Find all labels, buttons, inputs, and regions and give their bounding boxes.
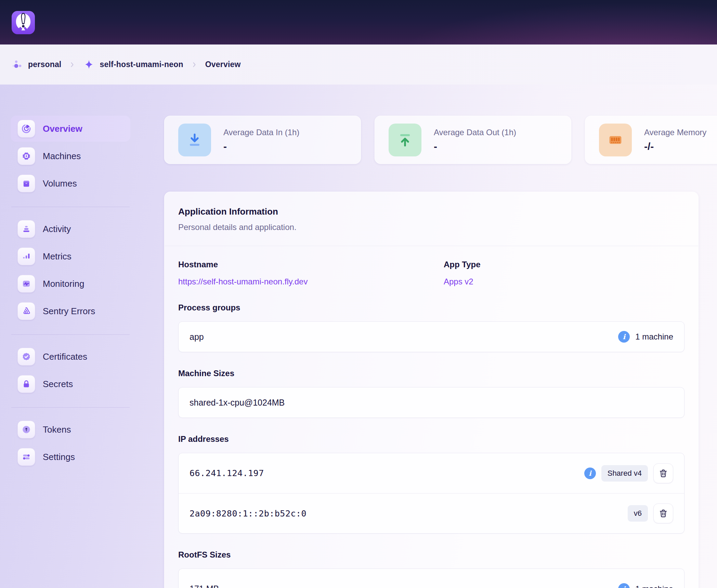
sidebar-item-label: Monitoring	[43, 279, 84, 289]
chevron-right-icon	[69, 61, 76, 68]
sidebar-item-label: Overview	[43, 124, 82, 134]
hostname-apptype-row: Hostname https://self-host-umami-neon.fl…	[178, 260, 685, 286]
process-groups-section: Process groups app i 1 machine	[178, 303, 685, 352]
stat-text: Average Data In (1h) -	[223, 128, 299, 152]
process-group-name: app	[190, 332, 204, 342]
bar-chart-icon	[17, 247, 35, 265]
sentry-icon	[17, 302, 35, 320]
sidebar-item-machines[interactable]: Machines	[11, 143, 130, 169]
fly-logo[interactable]	[12, 11, 35, 34]
app-window: personal self-host-umami-neon Overview	[0, 0, 717, 588]
stat-label: Average Memory	[644, 128, 706, 137]
card-title: Application Information	[178, 206, 685, 217]
card-header: Application Information Personal details…	[165, 192, 698, 246]
machine-sizes-box: shared-1x-cpu@1024MB	[178, 387, 685, 418]
keyhole-icon	[17, 421, 35, 438]
sidebar-item-label: Certificates	[43, 351, 87, 362]
process-group-row: app i 1 machine	[179, 322, 684, 352]
sidebar-item-label: Machines	[43, 151, 81, 162]
sidebar-item-tokens[interactable]: Tokens	[11, 417, 130, 443]
machine-size-value: shared-1x-cpu@1024MB	[190, 398, 285, 408]
app-type-field: App Type Apps v2	[444, 260, 685, 286]
topbar	[0, 0, 717, 44]
page-background: Overview Machines	[0, 85, 717, 588]
sidebar-item-label: Activity	[43, 224, 71, 234]
info-icon[interactable]: i	[618, 331, 630, 343]
rootfs-machines: i 1 machine	[618, 583, 673, 588]
sidebar-item-activity[interactable]: Activity	[11, 216, 130, 242]
lock-icon	[17, 375, 35, 393]
info-icon[interactable]: i	[618, 583, 630, 588]
machine-sizes-label: Machine Sizes	[178, 369, 685, 378]
application-information-card: Application Information Personal details…	[164, 192, 699, 588]
upload-icon	[389, 124, 421, 156]
hostname-link[interactable]: https://self-host-umami-neon.fly.dev	[178, 277, 308, 286]
stat-text: Average Memory -/-	[644, 128, 706, 152]
stat-value: -	[434, 141, 516, 152]
sidebar-item-volumes[interactable]: Volumes	[11, 170, 130, 196]
organization-dots-icon	[12, 59, 23, 71]
chevron-right-icon	[191, 61, 198, 68]
machine-count-label: 1 machine	[635, 332, 673, 342]
hostname-field: Hostname https://self-host-umami-neon.fl…	[178, 260, 444, 286]
sidebar-item-certificates[interactable]: Certificates	[11, 344, 130, 370]
rootfs-label: RootFS Sizes	[178, 550, 685, 560]
rootfs-box: 171 MB i 1 machine	[178, 568, 685, 588]
app-type-label: App Type	[444, 260, 685, 269]
machine-sizes-section: Machine Sizes shared-1x-cpu@1024MB	[178, 369, 685, 418]
hostname-label: Hostname	[178, 260, 444, 269]
delete-ip-button[interactable]	[653, 503, 673, 523]
app-type-link[interactable]: Apps v2	[444, 277, 473, 286]
ip-row-v4: 66.241.124.197 i Shared v4	[179, 453, 684, 493]
rootfs-size: 171 MB	[190, 584, 219, 588]
info-icon[interactable]: i	[584, 468, 596, 479]
sidebar: Overview Machines	[11, 116, 130, 471]
ip-address-v4: 66.241.124.197	[190, 468, 264, 478]
ip-row-actions: i Shared v4	[584, 463, 673, 483]
sidebar-item-metrics[interactable]: Metrics	[11, 243, 130, 269]
breadcrumb-organization[interactable]: personal	[12, 59, 61, 71]
breadcrumb-page-label: Overview	[205, 60, 241, 69]
machine-count-label: 1 machine	[635, 584, 673, 588]
card-body: Hostname https://self-host-umami-neon.fl…	[165, 246, 698, 588]
activity-icon	[17, 220, 35, 238]
stats-row: Average Data In (1h) - Average Data Out …	[164, 116, 717, 164]
breadcrumb-app[interactable]: self-host-umami-neon	[83, 59, 183, 71]
ip-addresses-box: 66.241.124.197 i Shared v4	[178, 453, 685, 534]
trash-icon	[658, 508, 668, 519]
sidebar-item-label: Volumes	[43, 178, 77, 189]
ip-addresses-label: IP addresses	[178, 434, 685, 444]
sidebar-item-label: Metrics	[43, 251, 71, 262]
process-groups-label: Process groups	[178, 303, 685, 312]
trash-icon	[658, 468, 668, 478]
breadcrumb-app-label: self-host-umami-neon	[100, 60, 183, 69]
sidebar-item-overview[interactable]: Overview	[11, 116, 130, 142]
breadcrumb-org-label: personal	[28, 60, 61, 69]
sidebar-item-label: Tokens	[43, 424, 71, 435]
rootfs-section: RootFS Sizes 171 MB i 1 machine	[178, 550, 685, 588]
breadcrumb: personal self-host-umami-neon Overview	[0, 44, 717, 85]
rootfs-row: 171 MB i 1 machine	[179, 569, 684, 588]
sidebar-divider	[11, 207, 130, 207]
sidebar-item-secrets[interactable]: Secrets	[11, 371, 130, 397]
process-groups-box: app i 1 machine	[178, 321, 685, 352]
sidebar-divider	[11, 407, 130, 408]
sidebar-item-sentry-errors[interactable]: Sentry Errors	[11, 298, 130, 324]
sidebar-item-label: Sentry Errors	[43, 306, 95, 317]
stat-label: Average Data In (1h)	[223, 128, 299, 137]
overview-icon	[17, 120, 35, 138]
process-group-machines: i 1 machine	[618, 331, 673, 343]
stat-card-memory: Average Memory -/-	[585, 116, 717, 164]
delete-ip-button[interactable]	[653, 463, 673, 483]
ip-address-v6: 2a09:8280:1::2b:b52c:0	[190, 509, 307, 519]
memory-icon	[599, 124, 632, 156]
breadcrumb-page[interactable]: Overview	[205, 60, 241, 69]
sidebar-item-label: Secrets	[43, 379, 73, 389]
chip-icon	[17, 147, 35, 165]
app-sparkle-icon	[83, 59, 95, 71]
ip-type-badge: v6	[628, 505, 648, 522]
card-subtitle: Personal details and application.	[178, 222, 685, 232]
sidebar-item-settings[interactable]: Settings	[11, 444, 130, 470]
sidebar-item-monitoring[interactable]: Monitoring	[11, 271, 130, 297]
ip-type-badge: Shared v4	[601, 465, 648, 482]
